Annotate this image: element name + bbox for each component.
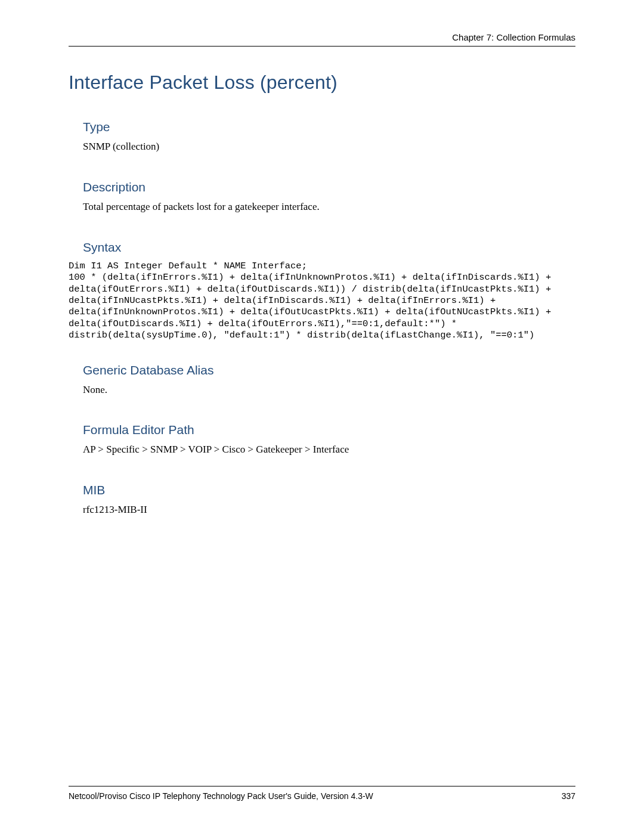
page-footer: Netcool/Proviso Cisco IP Telephony Techn…: [69, 782, 575, 801]
footer-page-number: 337: [562, 791, 575, 801]
header-chapter: Chapter 7: Collection Formulas: [69, 30, 575, 42]
section-description: Description Total percentage of packets …: [69, 180, 575, 214]
heading-type: Type: [83, 120, 575, 134]
section-type: Type SNMP (collection): [69, 120, 575, 154]
section-path: Formula Editor Path AP > Specific > SNMP…: [69, 423, 575, 457]
section-alias: Generic Database Alias None.: [69, 363, 575, 397]
body-type: SNMP (collection): [83, 140, 575, 154]
footer-guide: Netcool/Proviso Cisco IP Telephony Techn…: [69, 791, 373, 801]
code-syntax: Dim I1 AS Integer Default * NAME Interfa…: [69, 261, 575, 342]
body-mib: rfc1213-MIB-II: [83, 503, 575, 517]
header-rule: [69, 46, 575, 47]
section-syntax: Syntax Dim I1 AS Integer Default * NAME …: [69, 240, 575, 342]
footer-row: Netcool/Proviso Cisco IP Telephony Techn…: [69, 791, 575, 801]
heading-mib: MIB: [83, 483, 575, 497]
heading-alias: Generic Database Alias: [83, 363, 575, 377]
page-title: Interface Packet Loss (percent): [69, 72, 575, 94]
page-container: Chapter 7: Collection Formulas Interface…: [0, 0, 644, 833]
body-description: Total percentage of packets lost for a g…: [83, 200, 575, 214]
body-alias: None.: [83, 383, 575, 397]
section-mib: MIB rfc1213-MIB-II: [69, 483, 575, 517]
footer-rule: [69, 786, 575, 786]
heading-path: Formula Editor Path: [83, 423, 575, 437]
heading-syntax: Syntax: [83, 240, 575, 255]
body-path: AP > Specific > SNMP > VOIP > Cisco > Ga…: [83, 443, 575, 457]
heading-description: Description: [83, 180, 575, 194]
